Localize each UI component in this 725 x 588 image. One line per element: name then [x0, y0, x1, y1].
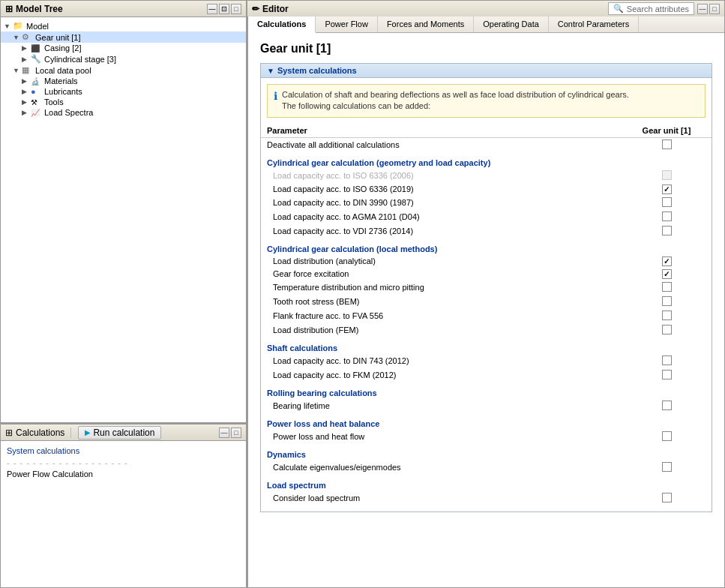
- section-header-system-calc[interactable]: ▼ System calculations: [260, 63, 712, 78]
- checkbox-load-dist-fem[interactable]: [662, 325, 672, 334]
- checkbox-cell[interactable]: [622, 430, 712, 444]
- checkbox-cell[interactable]: [622, 309, 712, 323]
- checkbox-cell[interactable]: [622, 210, 712, 224]
- checkbox-cell[interactable]: [622, 491, 712, 506]
- checkbox-deactivate-all[interactable]: [662, 140, 672, 149]
- calc-header-title: Calculations: [16, 428, 64, 438]
- checkbox-din743[interactable]: [662, 356, 672, 365]
- group-header-cyl-geometry: Cylindrical gear calculation (geometry a…: [261, 152, 712, 169]
- checkbox-gear-force[interactable]: [662, 269, 672, 279]
- checkbox-agma2101[interactable]: [662, 212, 672, 221]
- editor-title: ✏ Editor: [252, 4, 608, 14]
- tree-arrow-casing[interactable]: ▶: [22, 44, 31, 52]
- run-calculation-button[interactable]: ▶ Run calculation: [78, 426, 161, 440]
- editor-title-label: Editor: [262, 4, 289, 14]
- checkbox-cell[interactable]: [622, 460, 712, 475]
- section-content: ℹ Calculation of shaft and bearing defle…: [260, 78, 712, 512]
- tree-icon-local-data: ▦: [22, 65, 34, 75]
- table-row: Tooth root stress (BEM): [261, 295, 712, 309]
- tree-arrow-model[interactable]: ▼: [4, 22, 13, 30]
- checkbox-cell[interactable]: [622, 323, 712, 338]
- calc-content: System calculations - - - - - - - - - - …: [0, 440, 247, 588]
- checkbox-consider-load[interactable]: [662, 493, 672, 502]
- checkbox-cell[interactable]: [622, 368, 712, 382]
- tree-arrow-gear-unit[interactable]: ▼: [13, 34, 22, 41]
- tree-item-tools[interactable]: ▶ ⚒ Tools: [1, 97, 246, 107]
- tree-item-lubricants[interactable]: ▶ ● Lubricants: [1, 86, 246, 97]
- tree-item-materials[interactable]: ▶ 🔬 Materials: [1, 76, 246, 86]
- param-label: Calculate eigenvalues/eigenmodes: [261, 460, 622, 475]
- checkbox-cell[interactable]: [622, 268, 712, 280]
- system-calculations-link[interactable]: System calculations: [7, 446, 79, 455]
- tree-arrow-local-data[interactable]: ▼: [13, 67, 22, 74]
- group-header-dynamics: Dynamics: [261, 444, 712, 460]
- param-label: Load distribution (FEM): [261, 323, 622, 338]
- run-calc-play-icon: ▶: [85, 428, 91, 436]
- table-row: Gear force excitation: [261, 268, 712, 280]
- checkbox-cell[interactable]: [622, 224, 712, 238]
- checkbox-load-dist-anal[interactable]: [662, 256, 672, 266]
- checkbox-temp-dist[interactable]: [662, 282, 672, 292]
- table-row: Load capacity acc. to ISO 6336 (2006): [261, 169, 712, 183]
- checkbox-iso6336-2019[interactable]: [662, 184, 672, 194]
- tab-calculations[interactable]: Calculations: [248, 16, 316, 33]
- checkbox-power-loss[interactable]: [662, 431, 672, 441]
- tree-arrow-load-spectra[interactable]: ▶: [22, 109, 31, 116]
- tree-item-load-spectra[interactable]: ▶ 📈 Load Spectra: [1, 107, 246, 118]
- tab-forces-moments[interactable]: Forces and Moments: [378, 16, 474, 32]
- checkbox-cell[interactable]: [622, 354, 712, 368]
- model-tree-maximize[interactable]: □: [231, 4, 241, 14]
- checkbox-bearing-lifetime[interactable]: [662, 400, 672, 410]
- calc-panel-header: ⊞ Calculations ▶ Run calculation — □: [0, 424, 247, 440]
- tree-icon-casing: ⬛: [31, 44, 43, 52]
- checkbox-din3990[interactable]: [662, 197, 672, 207]
- table-row: Load capacity acc. to AGMA 2101 (D04): [261, 210, 712, 224]
- table-row: Power loss and heat flow: [261, 430, 712, 444]
- param-label: Tooth root stress (BEM): [261, 295, 622, 309]
- tree-arrow-lubricants[interactable]: ▶: [22, 88, 31, 95]
- table-row: Load capacity acc. to DIN 3990 (1987): [261, 196, 712, 210]
- checkbox-cell[interactable]: [622, 280, 712, 295]
- search-bar[interactable]: 🔍 Search attributes: [608, 2, 694, 15]
- table-row-group: Dynamics: [261, 444, 712, 460]
- tree-icon-tools: ⚒: [31, 98, 43, 106]
- tree-icon-model: 📁: [13, 21, 25, 31]
- tree-item-model[interactable]: ▼ 📁 Model: [1, 20, 246, 32]
- checkbox-vdi2736[interactable]: [662, 226, 672, 236]
- tab-power-flow[interactable]: Power Flow: [316, 16, 377, 32]
- editor-maximize[interactable]: □: [709, 4, 720, 14]
- checkbox-fkm[interactable]: [662, 370, 672, 380]
- checkbox-cell[interactable]: [622, 137, 712, 152]
- tree-label-lubricants: Lubricants: [44, 87, 82, 96]
- table-row: Flank fracture acc. to FVA 556: [261, 309, 712, 323]
- calc-panel-maximize[interactable]: □: [231, 428, 241, 438]
- editor-minimize[interactable]: —: [697, 4, 708, 14]
- tab-operating-data[interactable]: Operating Data: [474, 16, 549, 32]
- tab-control-parameters[interactable]: Control Parameters: [549, 16, 639, 32]
- tree-item-gear-unit[interactable]: ▼ ⚙ Gear unit [1]: [1, 32, 246, 43]
- checkbox-flank-fracture[interactable]: [662, 310, 672, 320]
- tree-item-cyl-stage[interactable]: ▶ 🔧 Cylindrical stage [3]: [1, 53, 246, 64]
- checkbox-tooth-root[interactable]: [662, 296, 672, 306]
- tree-arrow-materials[interactable]: ▶: [22, 77, 31, 85]
- info-box: ℹ Calculation of shaft and bearing defle…: [267, 84, 706, 118]
- checkbox-cell[interactable]: [622, 183, 712, 196]
- calc-panel-minimize[interactable]: —: [219, 428, 229, 438]
- param-label: Power loss and heat flow: [261, 430, 622, 444]
- checkbox-cell[interactable]: [622, 295, 712, 309]
- model-tree-restore[interactable]: ⊡: [219, 4, 229, 14]
- table-row: Deactivate all additional calculations: [261, 137, 712, 152]
- tree-item-local-data[interactable]: ▼ ▦ Local data pool: [1, 64, 246, 76]
- checkbox-cell[interactable]: [622, 196, 712, 210]
- checkbox-iso6336-2006[interactable]: [662, 170, 672, 180]
- model-tree-minimize[interactable]: —: [207, 4, 217, 14]
- tree-arrow-tools[interactable]: ▶: [22, 98, 31, 106]
- model-tree-panel: ▼ 📁 Model ▼ ⚙ Gear unit [1] ▶ ⬛ Casing […: [0, 16, 247, 423]
- checkbox-cell[interactable]: [622, 399, 712, 413]
- checkbox-cell[interactable]: [622, 169, 712, 183]
- tree-item-casing[interactable]: ▶ ⬛ Casing [2]: [1, 43, 246, 53]
- checkbox-eigenvalues[interactable]: [662, 462, 672, 472]
- right-panel: ✏ Editor 🔍 Search attributes — □ Calcula…: [247, 0, 725, 588]
- checkbox-cell[interactable]: [622, 255, 712, 268]
- tree-arrow-cyl-stage[interactable]: ▶: [22, 56, 31, 63]
